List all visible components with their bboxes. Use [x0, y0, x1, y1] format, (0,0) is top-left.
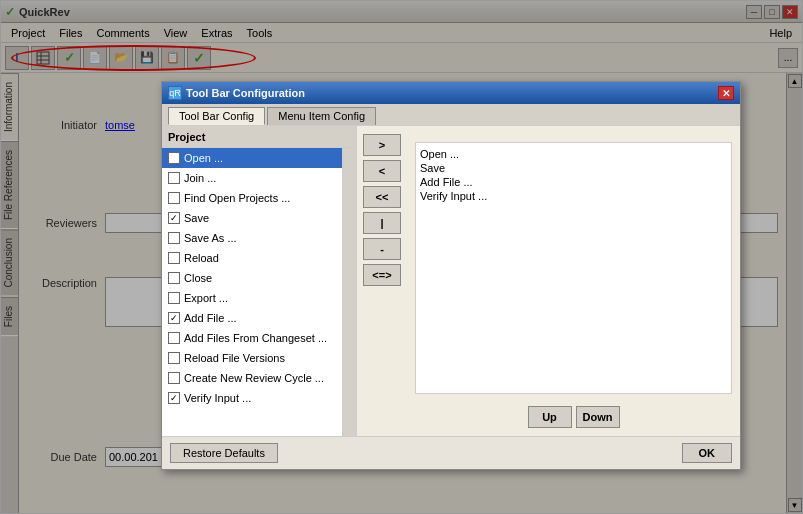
toolbar-config-dialog: qR Tool Bar Configuration ✕ Tool Bar Con…: [161, 81, 741, 470]
modal-right-list: Open ...SaveAdd File ...Verify Input ...: [415, 142, 732, 394]
modal-right-list-item[interactable]: Save: [420, 161, 727, 175]
modal-content: Project ✓Open ...Join ...Find Open Proje…: [162, 126, 740, 436]
list-item-label: Reload: [184, 252, 219, 264]
list-item-label: Add File ...: [184, 312, 237, 324]
modal-list-item[interactable]: Join ...: [162, 168, 342, 188]
list-item-label: Reload File Versions: [184, 352, 285, 364]
modal-title-bar: qR Tool Bar Configuration ✕: [162, 82, 740, 104]
list-item-checkbox[interactable]: [168, 332, 180, 344]
modal-icon: qR: [168, 86, 182, 100]
modal-left-header: Project: [162, 126, 356, 148]
modal-list-item[interactable]: Save As ...: [162, 228, 342, 248]
list-item-checkbox[interactable]: [168, 352, 180, 364]
modal-list-item[interactable]: Create New Review Cycle ...: [162, 368, 342, 388]
modal-footer: Restore Defaults OK: [162, 436, 740, 469]
list-item-checkbox[interactable]: ✓: [168, 212, 180, 224]
list-item-checkbox[interactable]: [168, 272, 180, 284]
modal-close-button[interactable]: ✕: [718, 86, 734, 100]
list-item-checkbox[interactable]: [168, 172, 180, 184]
list-scrollbar[interactable]: [342, 148, 356, 436]
down-button[interactable]: Down: [576, 406, 620, 428]
modal-right-list-item[interactable]: Verify Input ...: [420, 189, 727, 203]
list-item-checkbox[interactable]: [168, 372, 180, 384]
restore-defaults-button[interactable]: Restore Defaults: [170, 443, 278, 463]
up-button[interactable]: Up: [528, 406, 572, 428]
modal-overlay: qR Tool Bar Configuration ✕ Tool Bar Con…: [1, 1, 802, 513]
modal-list-item[interactable]: Find Open Projects ...: [162, 188, 342, 208]
list-item-label: Verify Input ...: [184, 392, 251, 404]
modal-tabs: Tool Bar Config Menu Item Config: [162, 104, 740, 126]
modal-list-item[interactable]: ✓Save: [162, 208, 342, 228]
list-item-label: Export ...: [184, 292, 228, 304]
list-item-checkbox[interactable]: ✓: [168, 312, 180, 324]
list-item-label: Save As ...: [184, 232, 237, 244]
modal-list-item[interactable]: Reload File Versions: [162, 348, 342, 368]
modal-list-item[interactable]: Reload: [162, 248, 342, 268]
list-item-label: Save: [184, 212, 209, 224]
separator-button[interactable]: |: [363, 212, 401, 234]
remove-all-button[interactable]: <<: [363, 186, 401, 208]
modal-right-list-item[interactable]: Add File ...: [420, 175, 727, 189]
main-window: ✓ QuickRev ─ □ ✕ Project Files Comments …: [0, 0, 803, 514]
modal-right-content: > < << | - <=> Open ...SaveAdd File ...V…: [357, 126, 740, 436]
list-item-label: Close: [184, 272, 212, 284]
list-item-checkbox[interactable]: ✓: [168, 152, 180, 164]
list-item-checkbox[interactable]: [168, 252, 180, 264]
list-item-label: Create New Review Cycle ...: [184, 372, 324, 384]
list-item-checkbox[interactable]: [168, 292, 180, 304]
dash-button[interactable]: -: [363, 238, 401, 260]
tab-menu-item-config[interactable]: Menu Item Config: [267, 107, 376, 125]
modal-title-left: qR Tool Bar Configuration: [168, 86, 305, 100]
tab-toolbar-config[interactable]: Tool Bar Config: [168, 107, 265, 125]
modal-left-panel: Project ✓Open ...Join ...Find Open Proje…: [162, 126, 357, 436]
list-item-label: Add Files From Changeset ...: [184, 332, 327, 344]
modal-right-panel: > < << | - <=> Open ...SaveAdd File ...V…: [357, 126, 740, 436]
ok-button[interactable]: OK: [682, 443, 733, 463]
list-item-label: Join ...: [184, 172, 216, 184]
modal-list-item[interactable]: Close: [162, 268, 342, 288]
list-item-label: Find Open Projects ...: [184, 192, 290, 204]
modal-list-item[interactable]: Export ...: [162, 288, 342, 308]
add-button[interactable]: >: [363, 134, 401, 156]
swap-button[interactable]: <=>: [363, 264, 401, 286]
modal-list-item[interactable]: ✓Open ...: [162, 148, 342, 168]
modal-buttons-col: > < << | - <=>: [357, 126, 407, 436]
modal-list: ✓Open ...Join ...Find Open Projects ...✓…: [162, 148, 342, 436]
modal-list-item[interactable]: ✓Verify Input ...: [162, 388, 342, 408]
list-item-checkbox[interactable]: [168, 232, 180, 244]
list-item-checkbox[interactable]: [168, 192, 180, 204]
remove-button[interactable]: <: [363, 160, 401, 182]
modal-title: Tool Bar Configuration: [186, 87, 305, 99]
list-item-label: Open ...: [184, 152, 223, 164]
modal-list-item[interactable]: ✓Add File ...: [162, 308, 342, 328]
modal-list-item[interactable]: Add Files From Changeset ...: [162, 328, 342, 348]
modal-right-list-item[interactable]: Open ...: [420, 147, 727, 161]
list-item-checkbox[interactable]: ✓: [168, 392, 180, 404]
